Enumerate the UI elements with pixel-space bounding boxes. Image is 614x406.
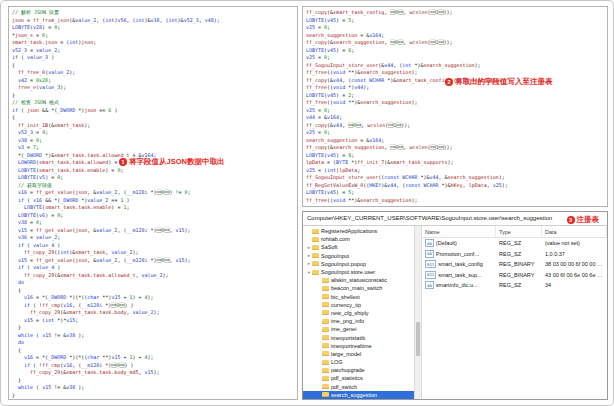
registry-value-row[interactable]: 011smart_task_configREG_BINARY38 03 00 0… bbox=[422, 259, 607, 270]
code-line[interactable]: if ( json && *(_DWORD *)json == 6 ) bbox=[12, 107, 297, 115]
code-line[interactable]: ff_copy(&search_suggestion, 0, wcslen(… bbox=[306, 144, 607, 152]
code-line[interactable]: { bbox=[12, 62, 297, 70]
code-line[interactable]: if ( !ff_cmp(v16, (__m128i *)0) ) bbox=[12, 362, 297, 370]
code-line[interactable]: LOBYTE(smart_task.task.enable) = 1; bbox=[12, 204, 297, 212]
column-header-name[interactable]: Name bbox=[422, 226, 496, 237]
code-line[interactable]: v25 = 0; bbox=[306, 54, 607, 62]
code-line[interactable]: { bbox=[12, 287, 297, 295]
code-line[interactable]: v38 = 0; bbox=[12, 137, 297, 145]
code-line[interactable]: v16 = ff_get_value(json, &value_2, (__m1… bbox=[12, 189, 297, 197]
code-line[interactable]: json = ff_from_json(&value_2, (int)v56, … bbox=[12, 17, 297, 25]
code-line[interactable]: do bbox=[12, 339, 297, 347]
tree-item-patchupgrade[interactable]: patchupgrade bbox=[303, 366, 414, 374]
tree-item-imexportrealtime[interactable]: imexportrealtime bbox=[303, 342, 414, 350]
code-line[interactable]: while ( v15 != &v38 ); bbox=[12, 384, 297, 392]
code-line[interactable]: LOBYTE(v5) = 0; bbox=[12, 174, 297, 182]
code-line[interactable]: v52_3 = value_2; bbox=[12, 47, 297, 55]
column-header-data[interactable]: Data bbox=[542, 226, 607, 237]
registry-value-row[interactable]: abPromotion_conf...REG_SZ1.0.0.37 bbox=[422, 249, 607, 260]
code-line[interactable]: ff_copy_29((int)&smart_task, value_2); bbox=[12, 249, 297, 257]
code-line[interactable]: v15 = (int *)*v15; bbox=[12, 317, 297, 325]
code-line[interactable]: search_suggestion = &v164; bbox=[306, 32, 607, 40]
code-line[interactable]: free_e(value_3); bbox=[12, 84, 297, 92]
tree-item-new_cfg_shiply[interactable]: new_cfg_shiply bbox=[303, 309, 414, 317]
code-line[interactable]: v25 = (int)lpData; bbox=[306, 167, 607, 175]
code-line[interactable]: do bbox=[12, 279, 297, 287]
code-line[interactable]: lpData = (BYTE *)ff_init_7(&smart_task_s… bbox=[306, 159, 607, 167]
code-line[interactable]: search_suggestion = &v164; bbox=[306, 137, 607, 145]
code-line[interactable]: ff_free((void **)&search_suggestion); bbox=[306, 69, 607, 77]
code-line[interactable]: smart_task.json = (int)json; bbox=[12, 39, 297, 47]
code-line[interactable]: LOBYTE(v28) = 0; bbox=[12, 24, 297, 32]
code-line[interactable]: ff_free_0(value_2); bbox=[12, 69, 297, 77]
code-line[interactable]: while ( v15 != &v38 ); bbox=[12, 332, 297, 340]
code-line[interactable]: ff_RegSetValueExW_0((HKEY)&v44, (const W… bbox=[306, 182, 607, 190]
code-line[interactable]: if ( !ff_cmp(v16, (__m128i *)0) ) bbox=[12, 302, 297, 310]
tree-item-SogouInput[interactable]: ▸SogouInput bbox=[303, 252, 414, 260]
code-line[interactable]: ff_copy(&v44, 0, wcslen(1)); bbox=[306, 122, 607, 130]
code-line[interactable]: { bbox=[12, 114, 297, 122]
code-line[interactable]: ff_copy(&smart_task_config, 0, wcslen(… bbox=[306, 9, 607, 17]
code-line[interactable]: v44 = &v164; bbox=[306, 114, 607, 122]
tree-item-ime_genei[interactable]: ime_genei bbox=[303, 325, 414, 333]
code-line[interactable]: ff_free((void **)&search_suggestion); bbox=[306, 197, 607, 205]
tree-item-search_suggestion[interactable]: search_suggestion bbox=[303, 391, 414, 399]
code-line[interactable]: ff_SogouInput_store_user((const WCHAR *)… bbox=[306, 174, 607, 182]
tree-item-ime_png_info[interactable]: ime_png_info bbox=[303, 317, 414, 325]
column-header-type[interactable]: Type bbox=[496, 226, 542, 237]
code-line[interactable]: v36 = value_2; bbox=[12, 234, 297, 242]
code-line[interactable]: *json_s = 0; bbox=[12, 32, 297, 40]
code-line[interactable]: LOBYTE(v45) = 8; bbox=[306, 152, 607, 160]
code-line[interactable]: if ( value_3 ) bbox=[12, 54, 297, 62]
code-line[interactable]: ff_init_1B(&smart_task); bbox=[12, 122, 297, 130]
code-line[interactable]: LOBYTE(smart_task.task.enable) = 0; bbox=[12, 167, 297, 175]
code-line[interactable]: v15 = ff_get_value(json, &value_2, (__m1… bbox=[12, 257, 297, 265]
tree-item-large_model[interactable]: large_model bbox=[303, 350, 414, 358]
code-line[interactable]: ff_copy_29(&smart_task.task.body_md5, v1… bbox=[12, 369, 297, 377]
tree-item-imexportstatib[interactable]: imexportstatib bbox=[303, 333, 414, 341]
code-line[interactable]: ff_free((void **)&search_suggestion); bbox=[306, 99, 607, 107]
code-line[interactable]: ff_copy_29(&smart_task.task.body, value_… bbox=[12, 309, 297, 317]
code-line[interactable]: // 检查 JSON 格式 bbox=[12, 99, 297, 107]
code-line[interactable]: v16 = *(_DWORD *)(*((char **)v15 + 1) + … bbox=[12, 294, 297, 302]
tree-item-allskin_statusiconstatic[interactable]: allskin_statusiconstatic bbox=[303, 276, 414, 284]
registry-value-row[interactable]: ab(Default)REG_SZ(value not set) bbox=[422, 238, 607, 249]
registry-value-row[interactable]: 011smart_task_sup...REG_BINARY43 00 6f 0… bbox=[422, 270, 607, 281]
code-line[interactable]: v16 = *(_DWORD *)(*((char **)v15 + 1) + … bbox=[12, 354, 297, 362]
code-line[interactable]: v42 = 0x20; bbox=[12, 77, 297, 85]
registry-address-bar[interactable]: Computer\HKEY_CURRENT_USER\SOFTWARE\Sogo… bbox=[303, 212, 607, 226]
code-line[interactable]: LOBYTE(v45) = 2; bbox=[306, 92, 607, 100]
code-line[interactable]: } bbox=[12, 92, 297, 100]
code-line[interactable]: { bbox=[12, 347, 297, 355]
code-line[interactable]: v25 = 0; bbox=[306, 129, 607, 137]
code-line[interactable]: if ( v16 && *(_DWORD *)value_2 == 1 ) bbox=[12, 197, 297, 205]
tree-item-pdf_switch[interactable]: pdf_switch bbox=[303, 383, 414, 391]
code-line[interactable]: if ( value_4 ) bbox=[12, 242, 297, 250]
tree-item-SogouInput.pupup[interactable]: ▸SogouInput.pupup bbox=[303, 260, 414, 268]
code-line[interactable]: LOBYTE(v45) = 6; bbox=[306, 47, 607, 55]
code-line[interactable]: ff_copy_29(&smart_task.task.allowed_t, v… bbox=[12, 272, 297, 280]
code-line[interactable]: v15 = ff_get_value(json, &value_2, (__m1… bbox=[12, 227, 297, 235]
code-line[interactable]: LOBYTE(v45) = 5; bbox=[306, 17, 607, 25]
code-line[interactable]: if ( value_4 ) bbox=[12, 264, 297, 272]
code-line[interactable]: } bbox=[12, 324, 297, 332]
code-line[interactable]: LOBYTE(v45) = 5; bbox=[306, 189, 607, 197]
tree-item-beacon_main_switch[interactable]: beacon_main_switch bbox=[303, 284, 414, 292]
code-line[interactable]: LOBYTE(v6) = 0; bbox=[12, 212, 297, 220]
tree-item-pdf_statistics[interactable]: pdf_statistics bbox=[303, 374, 414, 382]
code-line[interactable]: v25 = 0; bbox=[306, 24, 607, 32]
tree-item-SaSoft[interactable]: ▸SaSoft bbox=[303, 243, 414, 251]
code-line[interactable]: ff_SogouInput_store_user(&v44, (int *)&s… bbox=[306, 62, 607, 70]
tree-item-rohitab.com[interactable]: rohitab.com bbox=[303, 235, 414, 243]
code-line[interactable]: // 获取字段值 bbox=[12, 182, 297, 190]
tree-scrollbar[interactable] bbox=[415, 226, 422, 399]
code-line[interactable]: v25 = 0; bbox=[306, 107, 607, 115]
scrollbar-thumb[interactable] bbox=[416, 322, 420, 356]
tree-item-currency_tip[interactable]: currency_tip bbox=[303, 301, 414, 309]
code-line[interactable]: } bbox=[12, 392, 297, 400]
code-line[interactable]: ff_copy(&search_suggestion, 0, wcslen(… bbox=[306, 39, 607, 47]
tree-item-RegisteredApplications[interactable]: RegisteredApplications bbox=[303, 227, 414, 235]
code-line[interactable]: v3 = 7; bbox=[12, 144, 297, 152]
tree-item-bic_shellext[interactable]: bic_shellext bbox=[303, 293, 414, 301]
registry-value-row[interactable]: absmartinfo_dic.u...REG_SZ34 bbox=[422, 280, 607, 291]
